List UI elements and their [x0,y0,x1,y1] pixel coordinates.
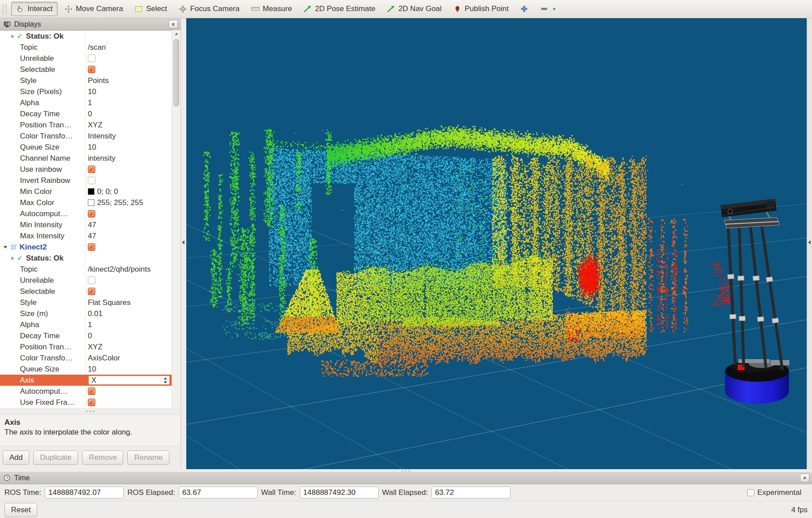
tree-row-unreliable[interactable]: Unreliable✓ [0,53,172,64]
reset-button[interactable]: Reset [4,503,37,517]
color-swatch[interactable] [88,199,94,206]
row-label: Invert Rainbow [20,176,70,185]
tree-row-status-ok[interactable]: ✓Status: Ok [0,253,172,264]
rename-button[interactable]: Rename [127,451,169,465]
tree-row-autocomput[interactable]: Autocomput…✓ [0,208,172,219]
tree-row-size-m[interactable]: Size (m)0.01 [0,308,172,319]
tree-row-max-color[interactable]: Max Color255; 255; 255 [0,197,172,208]
time-panel-titlebar[interactable]: Time × [0,472,812,484]
tree-row-size-pixels[interactable]: Size (Pixels)10 [0,86,172,97]
duplicate-button[interactable]: Duplicate [33,451,78,465]
remove-button[interactable]: Remove [82,451,123,465]
tool-select[interactable]: Select [129,2,172,16]
tool-2d-nav-goal[interactable]: 2D Nav Goal [382,2,446,16]
tool-label: Interact [27,4,53,13]
checkbox-unchecked[interactable]: ✓ [88,177,95,184]
wall-time-label: Wall Time: [261,488,296,497]
tree-row-decay-time[interactable]: Decay Time0 [0,108,172,119]
expander-open-icon[interactable] [4,246,7,249]
tree-row-style[interactable]: StyleFlat Squares [0,297,172,308]
row-label: Queue Size [20,365,59,374]
tree-row-channel-name[interactable]: Channel Nameintensity [0,153,172,164]
chevron-down-icon[interactable]: ▾ [553,6,556,12]
toolbar: InteractMove CameraSelectFocus CameraMea… [0,0,812,18]
tool-plus-icon[interactable] [515,2,533,16]
row-label: Color Transfo… [20,354,73,363]
wall-elapsed-input[interactable] [431,486,510,498]
tree-row-color-transfo[interactable]: Color Transfo…AxisColor [0,352,172,364]
row-value: 10 [88,143,96,152]
tree-row-unreliable[interactable]: Unreliable✓ [0,275,172,286]
checkbox-unchecked[interactable]: ✓ [88,277,95,284]
tree-description-splitter[interactable] [0,408,180,414]
tree-row-status-ok[interactable]: ✓Status: Ok [0,31,172,42]
tree-row-color-transfo[interactable]: Color Transfo…Intensity [0,130,172,142]
row-label: Channel Name [20,154,70,163]
row-value: 47 [88,221,96,229]
tree-row-selectable[interactable]: Selectable✓ [0,286,172,297]
3d-viewport[interactable] [186,18,807,469]
expander-icon[interactable] [12,35,14,38]
tree-row-min-color[interactable]: Min Color0; 0; 0 [0,186,172,197]
time-panel-title: Time [14,474,30,482]
tree-row-invert-rainbow[interactable]: Invert Rainbow✓ [0,175,172,186]
row-label: Max Color [20,198,54,207]
3d-scene-canvas[interactable] [186,18,807,469]
tree-row-max-intensity[interactable]: Max Intensity47 [0,230,172,241]
tree-scrollbar-thumb[interactable] [173,39,179,107]
experimental-checkbox-unchecked[interactable] [747,489,754,496]
toolbar-drag-handle[interactable] [3,4,7,14]
tree-row-kinect2[interactable]: Kinect2✓ [0,241,172,253]
tool-measure[interactable]: Measure [246,2,297,16]
checkbox-checked[interactable]: ✓ [88,243,95,251]
tool-publish-point[interactable]: Publish Point [448,2,514,16]
tree-row-axis[interactable]: AxisX [0,375,172,386]
left-panel-splitter[interactable] [181,18,186,469]
axis-combo-editor[interactable]: X [88,375,170,385]
ros-elapsed-input[interactable] [179,486,258,498]
checkbox-checked[interactable]: ✓ [88,66,95,73]
tree-row-alpha[interactable]: Alpha1 [0,97,172,108]
tree-row-position-tran[interactable]: Position Tran…XYZ [0,341,172,352]
tree-row-min-intensity[interactable]: Min Intensity47 [0,219,172,230]
time-close-button[interactable]: × [800,474,809,482]
tree-scrollbar[interactable] [172,30,180,407]
right-panel-collapsed-strip[interactable] [807,18,812,469]
tree-row-position-tran[interactable]: Position Tran…XYZ [0,119,172,130]
tree-row-selectable[interactable]: Selectable✓ [0,64,172,75]
tree-row-decay-time[interactable]: Decay Time0 [0,330,172,341]
tree-row-alpha[interactable]: Alpha1 [0,319,172,330]
checkbox-checked[interactable]: ✓ [88,210,95,217]
tree-row-topic[interactable]: Topic/scan [0,42,172,53]
displays-close-button[interactable]: × [169,20,178,28]
tool-focus-camera[interactable]: Focus Camera [174,2,244,16]
tool-minus-icon[interactable]: ▾ [535,2,561,16]
checkbox-checked[interactable]: ✓ [88,288,95,295]
tree-row-use-fixed-fra[interactable]: Use Fixed Fra…✓ [0,397,172,408]
expander-icon[interactable] [12,257,14,260]
checkbox-checked[interactable]: ✓ [88,399,95,406]
spinner-arrows-icon[interactable] [162,376,168,384]
ros-time-input[interactable] [45,486,124,498]
add-button[interactable]: Add [3,451,29,465]
collapse-right-icon[interactable] [808,240,811,245]
minus-icon [540,5,549,13]
tool-2d-pose-estimate[interactable]: 2D Pose Estimate [298,2,380,16]
tree-row-style[interactable]: StylePoints [0,75,172,86]
displays-panel: Displays × ✓Status: OkTopic/scanUnreliab… [0,18,181,469]
tree-row-queue-size[interactable]: Queue Size10 [0,142,172,153]
tree-row-topic[interactable]: Topic/kinect2/qhd/points [0,264,172,275]
displays-panel-titlebar[interactable]: Displays × [0,18,180,31]
tool-move-camera[interactable]: Move Camera [59,2,128,16]
collapse-left-icon[interactable] [182,240,184,245]
checkbox-checked[interactable]: ✓ [88,388,95,395]
wall-time-input[interactable] [300,486,379,498]
checkbox-unchecked[interactable]: ✓ [88,55,95,62]
tree-row-use-rainbow[interactable]: Use rainbow✓ [0,164,172,175]
color-swatch[interactable] [88,188,94,195]
tool-interact[interactable]: Interact [11,2,58,16]
checkbox-checked[interactable]: ✓ [88,166,95,173]
scroll-up-icon[interactable] [172,30,180,37]
tree-row-queue-size[interactable]: Queue Size10 [0,364,172,375]
tree-row-autocomput[interactable]: Autocomput…✓ [0,386,172,397]
